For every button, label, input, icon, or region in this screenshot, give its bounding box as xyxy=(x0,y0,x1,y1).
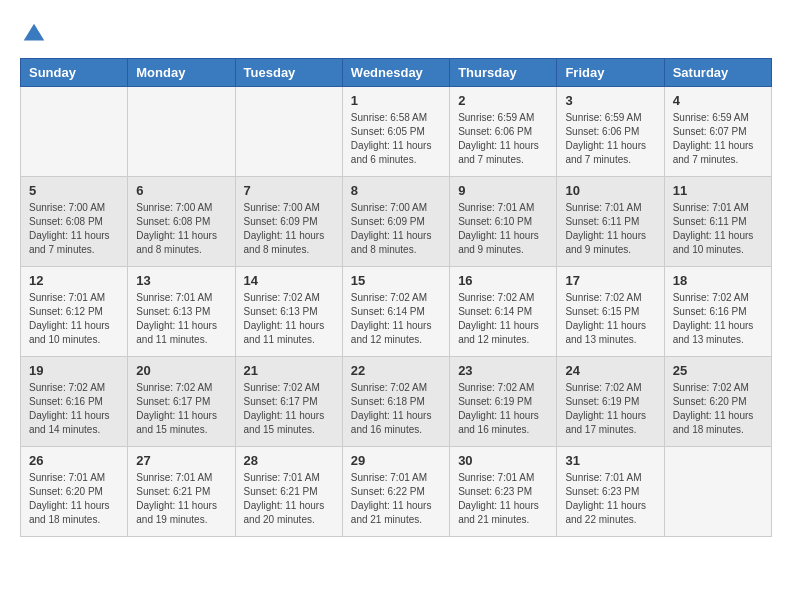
calendar-cell: 30Sunrise: 7:01 AMSunset: 6:23 PMDayligh… xyxy=(450,447,557,537)
cell-text: Daylight: 11 hours and 9 minutes. xyxy=(458,229,548,257)
cell-text: Daylight: 11 hours and 14 minutes. xyxy=(29,409,119,437)
cell-text: Daylight: 11 hours and 12 minutes. xyxy=(458,319,548,347)
calendar-cell: 4Sunrise: 6:59 AMSunset: 6:07 PMDaylight… xyxy=(664,87,771,177)
cell-text: Sunrise: 7:01 AM xyxy=(244,471,334,485)
cell-text: Sunset: 6:13 PM xyxy=(136,305,226,319)
cell-text: Sunset: 6:13 PM xyxy=(244,305,334,319)
day-number: 21 xyxy=(244,363,334,378)
cell-text: Sunset: 6:23 PM xyxy=(565,485,655,499)
cell-text: Daylight: 11 hours and 16 minutes. xyxy=(351,409,441,437)
cell-text: Sunrise: 7:01 AM xyxy=(673,201,763,215)
cell-text: Sunset: 6:17 PM xyxy=(136,395,226,409)
cell-text: Daylight: 11 hours and 6 minutes. xyxy=(351,139,441,167)
cell-text: Sunrise: 7:01 AM xyxy=(136,291,226,305)
day-number: 28 xyxy=(244,453,334,468)
calendar-cell: 26Sunrise: 7:01 AMSunset: 6:20 PMDayligh… xyxy=(21,447,128,537)
cell-text: Daylight: 11 hours and 10 minutes. xyxy=(29,319,119,347)
cell-text: Sunset: 6:08 PM xyxy=(29,215,119,229)
calendar-cell: 8Sunrise: 7:00 AMSunset: 6:09 PMDaylight… xyxy=(342,177,449,267)
day-header-thursday: Thursday xyxy=(450,59,557,87)
cell-text: Sunset: 6:09 PM xyxy=(244,215,334,229)
cell-text: Sunset: 6:07 PM xyxy=(673,125,763,139)
day-number: 2 xyxy=(458,93,548,108)
cell-text: Daylight: 11 hours and 20 minutes. xyxy=(244,499,334,527)
day-number: 8 xyxy=(351,183,441,198)
cell-text: Sunset: 6:16 PM xyxy=(29,395,119,409)
cell-text: Daylight: 11 hours and 18 minutes. xyxy=(29,499,119,527)
cell-text: Sunset: 6:17 PM xyxy=(244,395,334,409)
cell-text: Sunset: 6:12 PM xyxy=(29,305,119,319)
day-number: 11 xyxy=(673,183,763,198)
day-header-sunday: Sunday xyxy=(21,59,128,87)
cell-text: Daylight: 11 hours and 22 minutes. xyxy=(565,499,655,527)
calendar-cell: 9Sunrise: 7:01 AMSunset: 6:10 PMDaylight… xyxy=(450,177,557,267)
day-number: 19 xyxy=(29,363,119,378)
cell-text: Daylight: 11 hours and 13 minutes. xyxy=(673,319,763,347)
day-number: 4 xyxy=(673,93,763,108)
day-number: 1 xyxy=(351,93,441,108)
calendar-week-row: 26Sunrise: 7:01 AMSunset: 6:20 PMDayligh… xyxy=(21,447,772,537)
cell-text: Daylight: 11 hours and 10 minutes. xyxy=(673,229,763,257)
cell-text: Sunrise: 7:02 AM xyxy=(351,381,441,395)
cell-text: Sunrise: 7:00 AM xyxy=(29,201,119,215)
cell-text: Sunrise: 7:02 AM xyxy=(136,381,226,395)
cell-text: Sunrise: 7:01 AM xyxy=(565,201,655,215)
cell-text: Sunrise: 7:01 AM xyxy=(458,201,548,215)
cell-text: Daylight: 11 hours and 21 minutes. xyxy=(351,499,441,527)
calendar-cell: 20Sunrise: 7:02 AMSunset: 6:17 PMDayligh… xyxy=(128,357,235,447)
cell-text: Sunrise: 6:59 AM xyxy=(565,111,655,125)
calendar-cell: 2Sunrise: 6:59 AMSunset: 6:06 PMDaylight… xyxy=(450,87,557,177)
day-number: 30 xyxy=(458,453,548,468)
calendar-week-row: 12Sunrise: 7:01 AMSunset: 6:12 PMDayligh… xyxy=(21,267,772,357)
calendar-cell: 31Sunrise: 7:01 AMSunset: 6:23 PMDayligh… xyxy=(557,447,664,537)
cell-text: Sunrise: 7:00 AM xyxy=(136,201,226,215)
cell-text: Daylight: 11 hours and 21 minutes. xyxy=(458,499,548,527)
calendar-cell: 23Sunrise: 7:02 AMSunset: 6:19 PMDayligh… xyxy=(450,357,557,447)
cell-text: Sunrise: 7:02 AM xyxy=(458,381,548,395)
day-header-saturday: Saturday xyxy=(664,59,771,87)
cell-text: Daylight: 11 hours and 8 minutes. xyxy=(244,229,334,257)
day-number: 16 xyxy=(458,273,548,288)
cell-text: Sunset: 6:10 PM xyxy=(458,215,548,229)
calendar-cell: 14Sunrise: 7:02 AMSunset: 6:13 PMDayligh… xyxy=(235,267,342,357)
day-number: 27 xyxy=(136,453,226,468)
cell-text: Daylight: 11 hours and 13 minutes. xyxy=(565,319,655,347)
calendar-week-row: 5Sunrise: 7:00 AMSunset: 6:08 PMDaylight… xyxy=(21,177,772,267)
cell-text: Sunrise: 7:02 AM xyxy=(565,381,655,395)
calendar-cell: 17Sunrise: 7:02 AMSunset: 6:15 PMDayligh… xyxy=(557,267,664,357)
logo xyxy=(20,20,52,48)
cell-text: Daylight: 11 hours and 7 minutes. xyxy=(458,139,548,167)
day-header-friday: Friday xyxy=(557,59,664,87)
cell-text: Sunrise: 7:00 AM xyxy=(351,201,441,215)
day-number: 17 xyxy=(565,273,655,288)
calendar-cell: 29Sunrise: 7:01 AMSunset: 6:22 PMDayligh… xyxy=(342,447,449,537)
day-number: 5 xyxy=(29,183,119,198)
cell-text: Daylight: 11 hours and 8 minutes. xyxy=(136,229,226,257)
cell-text: Sunset: 6:06 PM xyxy=(458,125,548,139)
day-number: 3 xyxy=(565,93,655,108)
svg-marker-0 xyxy=(24,24,45,41)
cell-text: Sunrise: 6:58 AM xyxy=(351,111,441,125)
calendar-header-row: SundayMondayTuesdayWednesdayThursdayFrid… xyxy=(21,59,772,87)
day-number: 24 xyxy=(565,363,655,378)
cell-text: Daylight: 11 hours and 19 minutes. xyxy=(136,499,226,527)
calendar-cell: 18Sunrise: 7:02 AMSunset: 6:16 PMDayligh… xyxy=(664,267,771,357)
cell-text: Sunset: 6:14 PM xyxy=(458,305,548,319)
cell-text: Sunset: 6:05 PM xyxy=(351,125,441,139)
cell-text: Sunrise: 7:00 AM xyxy=(244,201,334,215)
cell-text: Sunrise: 7:01 AM xyxy=(565,471,655,485)
calendar-cell: 15Sunrise: 7:02 AMSunset: 6:14 PMDayligh… xyxy=(342,267,449,357)
cell-text: Sunset: 6:11 PM xyxy=(565,215,655,229)
cell-text: Daylight: 11 hours and 15 minutes. xyxy=(244,409,334,437)
calendar-cell: 5Sunrise: 7:00 AMSunset: 6:08 PMDaylight… xyxy=(21,177,128,267)
day-header-tuesday: Tuesday xyxy=(235,59,342,87)
day-number: 7 xyxy=(244,183,334,198)
cell-text: Sunset: 6:20 PM xyxy=(673,395,763,409)
day-number: 25 xyxy=(673,363,763,378)
cell-text: Sunrise: 7:02 AM xyxy=(565,291,655,305)
calendar-cell: 6Sunrise: 7:00 AMSunset: 6:08 PMDaylight… xyxy=(128,177,235,267)
cell-text: Sunset: 6:23 PM xyxy=(458,485,548,499)
cell-text: Sunrise: 7:01 AM xyxy=(458,471,548,485)
calendar-cell: 19Sunrise: 7:02 AMSunset: 6:16 PMDayligh… xyxy=(21,357,128,447)
calendar-cell: 3Sunrise: 6:59 AMSunset: 6:06 PMDaylight… xyxy=(557,87,664,177)
